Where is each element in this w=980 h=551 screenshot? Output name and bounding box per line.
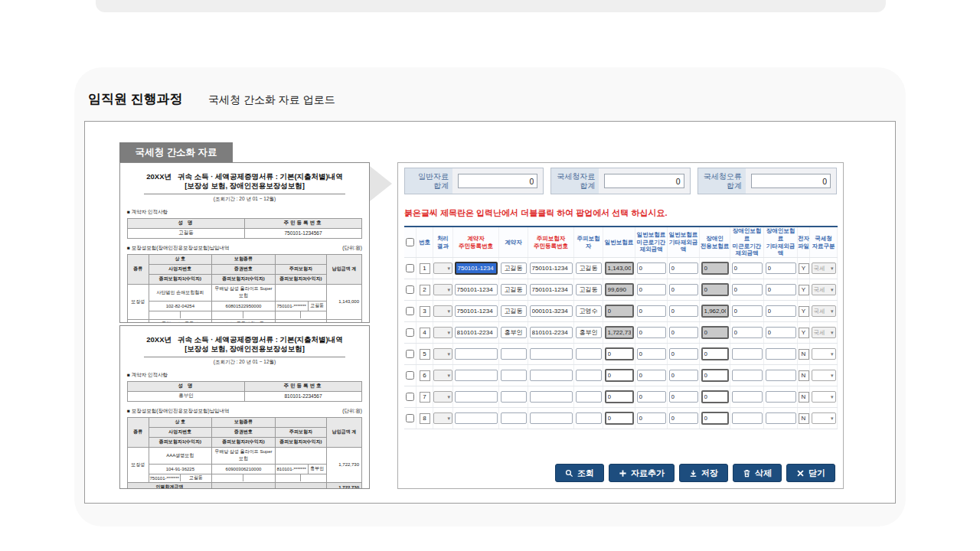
row-checkbox[interactable] — [406, 371, 414, 380]
disabled-other-input[interactable] — [766, 284, 796, 295]
row-checkbox[interactable] — [406, 328, 414, 337]
disabled-nowork-input[interactable] — [732, 391, 763, 403]
delete-button[interactable]: 삭제 — [733, 464, 782, 482]
insured-name-input[interactable] — [576, 348, 602, 360]
general-other-input[interactable] — [669, 305, 698, 317]
contractor-ssn-input[interactable] — [455, 412, 498, 424]
general-premium-input[interactable] — [605, 369, 634, 382]
insured-name-input[interactable] — [576, 370, 602, 381]
contractor-ssn-input[interactable] — [455, 348, 498, 360]
disabled-premium-input[interactable] — [701, 262, 729, 275]
disabled-nowork-input[interactable] — [732, 348, 763, 360]
general-nowork-input[interactable] — [637, 262, 666, 274]
search-button[interactable]: 조회 — [555, 464, 604, 482]
insured-name-input[interactable] — [576, 412, 602, 424]
general-nowork-input[interactable] — [637, 370, 666, 381]
insured-ssn-input[interactable] — [530, 412, 573, 424]
select-all-checkbox[interactable] — [406, 238, 414, 246]
general-premium-input[interactable] — [605, 305, 634, 318]
disabled-nowork-input[interactable] — [732, 412, 763, 424]
insured-ssn-input[interactable] — [530, 391, 573, 403]
result-select[interactable]: ▾ — [433, 370, 452, 381]
summary-error-input[interactable] — [751, 174, 831, 188]
general-other-input[interactable] — [669, 284, 698, 295]
disabled-premium-input[interactable] — [701, 412, 729, 425]
contractor-name-input[interactable] — [501, 412, 527, 424]
close-button[interactable]: 닫기 — [786, 464, 835, 482]
general-nowork-input[interactable] — [637, 412, 666, 424]
general-nowork-input[interactable] — [637, 391, 666, 403]
general-other-input[interactable] — [669, 391, 698, 403]
contractor-name-input[interactable] — [501, 348, 527, 360]
insured-ssn-input[interactable] — [530, 262, 573, 274]
disabled-nowork-input[interactable] — [732, 305, 763, 317]
general-nowork-input[interactable] — [637, 305, 666, 317]
add-data-button[interactable]: 자료추가 — [609, 464, 675, 482]
nts-type-select[interactable]: ▾ — [812, 348, 836, 360]
general-nowork-input[interactable] — [637, 348, 666, 360]
disabled-other-input[interactable] — [766, 262, 796, 274]
general-other-input[interactable] — [669, 348, 698, 360]
result-select[interactable]: ▾ — [433, 284, 452, 295]
disabled-other-input[interactable] — [766, 370, 796, 381]
contractor-ssn-input[interactable] — [455, 262, 498, 275]
general-other-input[interactable] — [669, 262, 698, 274]
contractor-name-input[interactable] — [501, 370, 527, 381]
insured-name-input[interactable] — [576, 305, 602, 317]
insured-name-input[interactable] — [576, 262, 602, 274]
general-other-input[interactable] — [669, 412, 698, 424]
disabled-other-input[interactable] — [766, 391, 796, 403]
insured-name-input[interactable] — [576, 391, 602, 403]
result-select[interactable]: ▾ — [433, 348, 452, 360]
insured-ssn-input[interactable] — [530, 284, 573, 295]
result-select[interactable]: ▾ — [433, 391, 452, 403]
disabled-nowork-input[interactable] — [732, 327, 763, 338]
disabled-other-input[interactable] — [766, 412, 796, 424]
row-checkbox[interactable] — [406, 393, 414, 401]
insured-ssn-input[interactable] — [530, 305, 573, 317]
disabled-nowork-input[interactable] — [732, 262, 763, 274]
nts-type-select[interactable]: ▾ — [812, 370, 836, 381]
nts-type-select[interactable]: ▾ — [812, 412, 836, 424]
result-select[interactable]: ▾ — [433, 305, 452, 317]
save-button[interactable]: 저장 — [679, 464, 728, 482]
row-checkbox[interactable] — [406, 285, 414, 294]
result-select[interactable]: ▾ — [433, 412, 452, 424]
general-other-input[interactable] — [669, 327, 698, 338]
contractor-ssn-input[interactable] — [455, 391, 498, 403]
disabled-other-input[interactable] — [766, 348, 796, 360]
contractor-ssn-input[interactable] — [455, 327, 498, 338]
general-other-input[interactable] — [669, 370, 698, 381]
contractor-name-input[interactable] — [501, 262, 527, 274]
contractor-name-input[interactable] — [501, 284, 527, 295]
nts-type-select[interactable]: 국세▾ — [812, 305, 836, 317]
nts-type-select[interactable]: 국세▾ — [812, 262, 836, 274]
general-premium-input[interactable] — [605, 390, 634, 403]
general-premium-input[interactable] — [605, 283, 634, 296]
row-checkbox[interactable] — [406, 264, 414, 272]
disabled-premium-input[interactable] — [701, 326, 729, 339]
general-premium-input[interactable] — [605, 347, 634, 360]
row-checkbox[interactable] — [406, 350, 414, 358]
insured-name-input[interactable] — [576, 327, 602, 338]
disabled-premium-input[interactable] — [701, 369, 729, 382]
general-nowork-input[interactable] — [637, 327, 666, 338]
disabled-nowork-input[interactable] — [732, 284, 763, 295]
insured-name-input[interactable] — [576, 284, 602, 295]
tab-nts-simplified-data[interactable]: 국세청 간소화 자료 — [119, 142, 233, 162]
nts-type-select[interactable]: 국세▾ — [812, 327, 836, 338]
insured-ssn-input[interactable] — [530, 348, 573, 360]
general-premium-input[interactable] — [605, 412, 634, 425]
disabled-premium-input[interactable] — [701, 283, 729, 296]
disabled-other-input[interactable] — [766, 305, 796, 317]
nts-type-select[interactable]: ▾ — [812, 391, 836, 403]
nts-type-select[interactable]: 국세▾ — [812, 284, 836, 295]
contractor-name-input[interactable] — [501, 391, 527, 403]
summary-nts-input[interactable] — [604, 174, 684, 188]
result-select[interactable]: ▾ — [433, 327, 452, 338]
insured-ssn-input[interactable] — [530, 327, 573, 338]
contractor-name-input[interactable] — [501, 327, 527, 338]
contractor-name-input[interactable] — [501, 305, 527, 317]
row-checkbox[interactable] — [406, 414, 414, 422]
disabled-premium-input[interactable] — [701, 305, 729, 318]
